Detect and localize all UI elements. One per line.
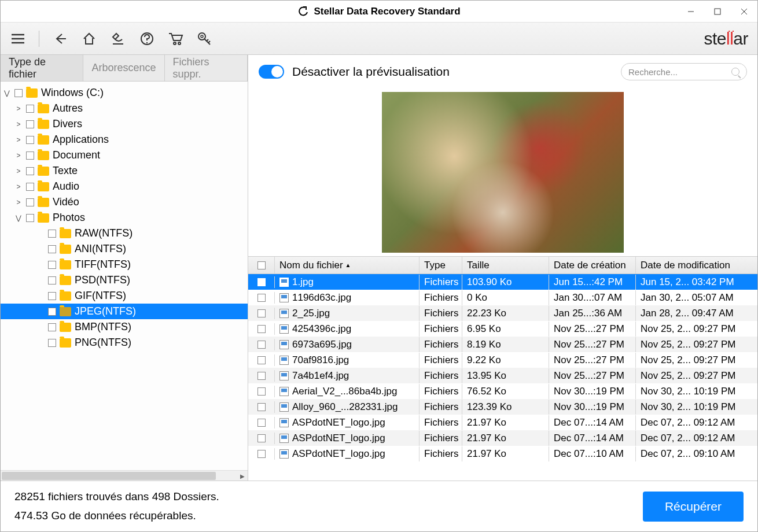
expand-icon[interactable]: ⋁ — [3, 89, 11, 97]
table-row[interactable]: Aerial_V2_...86ba4b.jpg Fichiers 76.52 K… — [248, 383, 757, 399]
table-row[interactable]: 2_25.jpg Fichiers 22.23 Ko Jan 25...:36 … — [248, 305, 757, 321]
tree-checkbox[interactable] — [26, 120, 34, 128]
file-grid[interactable]: Nom du fichier▲ Type Taille Date de créa… — [248, 256, 757, 481]
select-all-checkbox[interactable] — [257, 261, 266, 269]
tree-item[interactable]: >Divers — [1, 116, 248, 132]
expand-icon[interactable]: > — [14, 105, 23, 113]
file-name: 7a4b1ef4.jpg — [292, 370, 349, 382]
tree-item[interactable]: ANI(NTFS) — [1, 241, 248, 257]
key-icon[interactable] — [197, 31, 213, 47]
row-checkbox[interactable] — [257, 309, 266, 317]
tree-checkbox[interactable] — [14, 89, 23, 97]
row-checkbox[interactable] — [257, 356, 266, 364]
row-checkbox[interactable] — [257, 372, 266, 380]
expand-icon[interactable]: > — [14, 120, 23, 128]
home-icon[interactable] — [81, 31, 97, 47]
scroll-right-icon[interactable]: ▶ — [237, 471, 248, 481]
tree-checkbox[interactable] — [48, 323, 56, 331]
back-icon[interactable] — [52, 31, 68, 47]
tree-item[interactable]: PSD(NTFS) — [1, 272, 248, 288]
tree-item[interactable]: GIF(NTFS) — [1, 288, 248, 304]
expand-icon[interactable]: > — [14, 167, 23, 175]
tree-scrollbar[interactable]: ▶ — [1, 470, 248, 481]
close-button[interactable] — [731, 1, 757, 22]
tree-checkbox[interactable] — [26, 167, 34, 175]
table-row[interactable]: 1.jpg Fichiers 103.90 Ko Jun 15...:42 PM… — [248, 274, 757, 290]
row-checkbox[interactable] — [257, 403, 266, 411]
col-name[interactable]: Nom du fichier▲ — [275, 257, 420, 274]
table-row[interactable]: 70af9816.jpg Fichiers 9.22 Ko Nov 25...:… — [248, 352, 757, 368]
table-row[interactable]: ASPdotNET_logo.jpg Fichiers 21.97 Ko Dec… — [248, 430, 757, 446]
folder-tree[interactable]: ⋁Windows (C:)>Autres>Divers>Applications… — [1, 82, 248, 470]
row-checkbox[interactable] — [257, 450, 266, 458]
table-row[interactable]: 7a4b1ef4.jpg Fichiers 13.95 Ko Nov 25...… — [248, 368, 757, 383]
tree-checkbox[interactable] — [26, 183, 34, 191]
tree-item[interactable]: >Applications — [1, 132, 248, 147]
expand-icon[interactable]: > — [14, 136, 23, 144]
menu-icon[interactable] — [10, 31, 26, 47]
table-row[interactable]: 1196d63c.jpg Fichiers 0 Ko Jan 30...:07 … — [248, 290, 757, 305]
file-name: 70af9816.jpg — [292, 354, 349, 366]
tree-checkbox[interactable] — [48, 276, 56, 285]
microscope-icon[interactable] — [110, 31, 126, 47]
tree-checkbox[interactable] — [48, 245, 56, 253]
minimize-button[interactable] — [678, 1, 704, 22]
table-row[interactable]: Alloy_960_...282331.jpg Fichiers 123.39 … — [248, 399, 757, 415]
tree-checkbox[interactable] — [26, 198, 34, 206]
row-checkbox[interactable] — [257, 434, 266, 442]
col-created[interactable]: Date de création — [549, 257, 636, 274]
row-checkbox[interactable] — [257, 325, 266, 333]
tree-item[interactable]: TIFF(NTFS) — [1, 257, 248, 272]
preview-toggle[interactable] — [259, 65, 284, 79]
tree-item[interactable]: RAW(NTFS) — [1, 226, 248, 241]
table-row[interactable]: ASPdotNET_logo.jpg Fichiers 21.97 Ko Dec… — [248, 446, 757, 461]
recover-button[interactable]: Récupérer — [643, 492, 744, 522]
tree-item[interactable]: >Vidéo — [1, 194, 248, 210]
expand-icon[interactable]: > — [14, 152, 23, 160]
row-checkbox[interactable] — [257, 294, 266, 302]
tree-checkbox[interactable] — [48, 308, 56, 316]
tree-checkbox[interactable] — [26, 214, 34, 222]
tree-item[interactable]: ⋁Photos — [1, 210, 248, 226]
table-row[interactable]: 6973a695.jpg Fichiers 8.19 Ko Nov 25...:… — [248, 337, 757, 352]
col-size[interactable]: Taille — [462, 257, 549, 274]
tab-deleted[interactable]: Fichiers suppr. — [165, 55, 248, 81]
tree-label: Photos — [53, 212, 85, 224]
expand-icon[interactable]: > — [14, 183, 23, 191]
cart-icon[interactable] — [168, 31, 184, 47]
row-checkbox[interactable] — [257, 341, 266, 349]
table-row[interactable]: ASPdotNET_logo.jpg Fichiers 21.97 Ko Dec… — [248, 415, 757, 430]
tree-label: JPEG(NTFS) — [75, 305, 136, 317]
col-type[interactable]: Type — [420, 257, 462, 274]
tree-checkbox[interactable] — [48, 339, 56, 347]
row-checkbox[interactable] — [257, 419, 266, 427]
tree-checkbox[interactable] — [26, 152, 34, 160]
help-icon[interactable] — [139, 31, 155, 47]
scrollbar-thumb[interactable] — [2, 472, 216, 480]
tree-checkbox[interactable] — [48, 292, 56, 300]
tab-file-type[interactable]: Type de fichier — [1, 55, 83, 81]
tree-item[interactable]: >Document — [1, 147, 248, 163]
tree-checkbox[interactable] — [48, 261, 56, 269]
tree-item[interactable]: BMP(NTFS) — [1, 319, 248, 335]
expand-icon[interactable]: > — [14, 198, 23, 206]
tree-checkbox[interactable] — [26, 136, 34, 144]
tree-item[interactable]: ⋁Windows (C:) — [1, 85, 248, 101]
col-modified[interactable]: Date de modification — [636, 257, 757, 274]
tree-item[interactable]: >Audio — [1, 179, 248, 194]
tree-item[interactable]: >Autres — [1, 101, 248, 116]
tab-tree-view[interactable]: Arborescence — [83, 55, 164, 81]
tree-item[interactable]: >Texte — [1, 163, 248, 179]
maximize-button[interactable] — [704, 1, 731, 22]
tree-checkbox[interactable] — [26, 105, 34, 113]
row-checkbox[interactable] — [257, 387, 266, 396]
tree-checkbox[interactable] — [48, 230, 56, 238]
search-input[interactable]: Recherche... — [621, 63, 747, 80]
expand-icon[interactable]: ⋁ — [14, 214, 23, 222]
tree-item[interactable]: JPEG(NTFS) — [1, 304, 248, 319]
tree-label: PSD(NTFS) — [75, 274, 130, 286]
tree-item[interactable]: PNG(NTFS) — [1, 335, 248, 350]
row-checkbox[interactable] — [257, 278, 266, 286]
table-row[interactable]: 4254396c.jpg Fichiers 6.95 Ko Nov 25...:… — [248, 321, 757, 337]
file-created: Nov 30...:19 PM — [549, 384, 636, 399]
